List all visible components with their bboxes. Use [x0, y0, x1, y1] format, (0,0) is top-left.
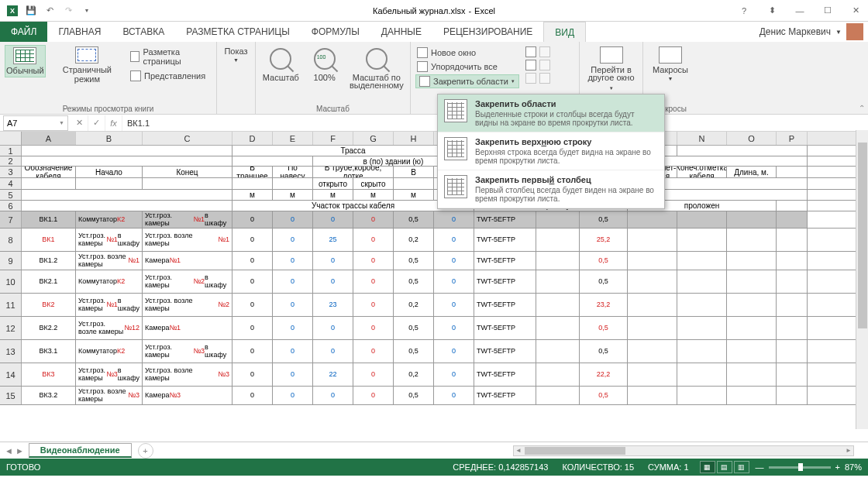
col-header-D[interactable]: D [232, 132, 273, 145]
fx-icon[interactable]: fx [105, 115, 122, 131]
zoom-selection-button[interactable]: Масштаб повыделенному [348, 45, 405, 91]
cell[interactable]: ВК1.2 [22, 252, 76, 270]
cell[interactable]: 23,2 [580, 294, 628, 316]
col-header-G[interactable]: G [353, 132, 394, 145]
cancel-formula-icon[interactable]: ✕ [71, 115, 88, 131]
cell[interactable]: Коммутатор К2 [76, 340, 143, 363]
cell[interactable] [628, 387, 677, 404]
cell[interactable]: 0 [313, 211, 353, 228]
cell[interactable] [22, 146, 232, 156]
cell[interactable]: TWT-5EFTP [474, 363, 536, 386]
col-header-F[interactable]: F [313, 132, 353, 145]
cell[interactable]: Уст.гроз. камеры №3 в шкафу [76, 363, 143, 386]
cell[interactable]: В [394, 167, 434, 177]
cell[interactable]: ВК2.1 [22, 270, 76, 293]
excel-menu-icon[interactable]: X [5, 3, 20, 19]
freeze-top-row-item[interactable]: Закрепить верхнюю строку Верхняя строка … [438, 132, 664, 170]
cell[interactable]: 0,5 [580, 387, 628, 404]
cell[interactable]: 0 [232, 229, 273, 251]
cell[interactable] [777, 167, 808, 177]
col-header-N[interactable]: N [677, 132, 727, 145]
sheet-tab[interactable]: Видеонаблюдение [29, 443, 132, 458]
vertical-scrollbar[interactable] [856, 130, 868, 429]
name-box[interactable]: A7 ▼ [3, 115, 68, 131]
cell[interactable]: ВК3 [22, 363, 76, 386]
cell[interactable]: 0 [273, 294, 313, 316]
cell[interactable]: 0 [353, 340, 394, 363]
cell[interactable]: 25 [313, 229, 353, 251]
page-layout-button[interactable]: Разметка страницы [129, 46, 212, 67]
cell[interactable] [628, 229, 677, 251]
cell[interactable]: TWT-5EFTP [474, 229, 536, 251]
unhide-icon[interactable] [525, 73, 536, 84]
cell[interactable]: Начало [76, 167, 143, 177]
cell[interactable] [76, 178, 143, 189]
tab-home[interactable]: ГЛАВНАЯ [47, 22, 112, 42]
cell[interactable]: 0 [434, 252, 474, 270]
cell[interactable]: TWT-5EFTP [474, 252, 536, 270]
cell[interactable] [777, 201, 808, 211]
col-header-C[interactable]: C [143, 132, 232, 145]
col-header-O[interactable]: O [727, 132, 777, 145]
row-header[interactable]: 8 [0, 229, 22, 251]
view-pagebreak-icon[interactable]: ▥ [734, 461, 749, 473]
cell[interactable]: ВК2.2 [22, 317, 76, 339]
cell[interactable]: 0 [232, 211, 273, 228]
col-header-A[interactable]: A [22, 132, 76, 145]
cell[interactable] [777, 252, 808, 270]
cell[interactable] [536, 387, 580, 404]
cell[interactable]: 0,5 [394, 317, 434, 339]
cell[interactable]: TWT-5EFTP [474, 294, 536, 316]
cell[interactable] [777, 363, 808, 386]
row-header[interactable]: 5 [0, 190, 22, 200]
cell[interactable] [777, 317, 808, 339]
cell[interactable] [22, 201, 232, 211]
cell[interactable] [727, 211, 777, 228]
cell[interactable]: 0 [313, 387, 353, 404]
cell[interactable] [727, 229, 777, 251]
split-icon[interactable] [525, 46, 536, 57]
cell[interactable] [143, 178, 232, 189]
view-normal-icon[interactable]: ▦ [700, 461, 715, 473]
cell[interactable] [232, 156, 313, 166]
cell[interactable]: м [394, 190, 434, 200]
cell[interactable]: 25,2 [580, 229, 628, 251]
cell[interactable]: Уст.гроз. возле камеры №1 [76, 252, 143, 270]
save-icon[interactable]: 💾 [23, 3, 39, 19]
cell[interactable]: ВК1 [22, 229, 76, 251]
row-header[interactable]: 13 [0, 340, 22, 363]
user-account[interactable]: Денис Маркевич ▼ [760, 23, 863, 40]
cell[interactable]: 0 [353, 387, 394, 404]
vscroll-thumb[interactable] [858, 143, 867, 328]
cell[interactable]: 0 [434, 211, 474, 228]
cell[interactable]: м [353, 190, 394, 200]
cell[interactable]: 0 [232, 317, 273, 339]
cell[interactable]: 0,5 [394, 270, 434, 293]
col-header-P[interactable]: P [777, 132, 808, 145]
cell[interactable] [22, 190, 232, 200]
cell[interactable]: В трубе,коробе, лотке [313, 167, 394, 177]
cell[interactable] [628, 270, 677, 293]
normal-view-button[interactable]: Обычный [5, 45, 46, 77]
cell[interactable] [777, 270, 808, 293]
accept-formula-icon[interactable]: ✓ [88, 115, 105, 131]
cell[interactable] [777, 340, 808, 363]
cell[interactable]: 0 [353, 252, 394, 270]
cell[interactable]: Длина, м. [727, 167, 777, 177]
qat-dropdown-icon[interactable]: ▼ [79, 3, 95, 19]
pagebreak-view-button[interactable]: Страничный режим [50, 45, 124, 85]
col-header-E[interactable]: E [273, 132, 313, 145]
cell[interactable]: ВК2 [22, 294, 76, 316]
cell[interactable]: 0,5 [580, 270, 628, 293]
cell[interactable]: 0 [434, 317, 474, 339]
tab-pagelayout[interactable]: РАЗМЕТКА СТРАНИЦЫ [175, 22, 301, 42]
cell[interactable]: м [232, 190, 273, 200]
cell[interactable]: Уст.гроз. возле камеры №12 [76, 317, 143, 339]
cell[interactable]: 22,2 [580, 363, 628, 386]
hide-icon[interactable] [525, 60, 536, 70]
cell[interactable]: Коммутатор К2 [76, 270, 143, 293]
cell[interactable]: TWT-5EFTP [474, 270, 536, 293]
cell[interactable] [628, 363, 677, 386]
cell[interactable]: 0 [273, 211, 313, 228]
close-icon[interactable]: ✕ [846, 3, 865, 19]
